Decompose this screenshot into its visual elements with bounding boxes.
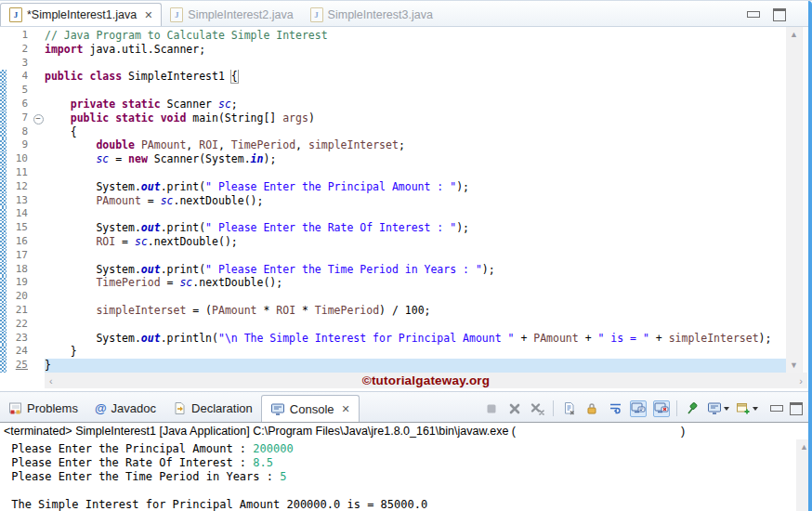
code-editor[interactable]: 1// Java Program to Calculate Simple Int… — [0, 27, 786, 373]
show-console-stderr-button[interactable] — [653, 400, 670, 417]
line-number[interactable]: 5 — [7, 84, 32, 98]
tab-close-icon[interactable]: ✕ — [144, 9, 152, 21]
scroll-lock-icon[interactable] — [583, 400, 600, 417]
line-number[interactable]: 15 — [7, 221, 32, 235]
remove-all-terminated-button[interactable] — [530, 400, 546, 417]
fold-column — [32, 29, 45, 43]
line-number[interactable]: 12 — [7, 180, 32, 194]
fold-column — [32, 152, 45, 166]
line-number[interactable]: 24 — [7, 345, 32, 359]
code-text[interactable]: // Java Program to Calculate Simple Inte… — [45, 29, 786, 43]
tab-console[interactable]: Console ✕ — [261, 395, 360, 422]
tab-problems[interactable]: Problems — [0, 395, 86, 422]
editor-tabbar: J *SimpleInterest1.java ✕ J SimpleIntere… — [0, 1, 812, 27]
quick-diff-indicator — [0, 84, 7, 98]
code-line: 1// Java Program to Calculate Simple Int… — [0, 29, 786, 43]
line-number[interactable]: 23 — [7, 332, 32, 346]
fold-column — [32, 359, 45, 373]
code-text[interactable]: private static Scanner sc; — [45, 98, 786, 111]
line-number[interactable]: 16 — [7, 235, 32, 249]
declaration-icon — [173, 401, 187, 415]
quick-diff-indicator — [0, 290, 7, 304]
tab-simpleinterest1[interactable]: J *SimpleInterest1.java ✕ — [0, 3, 162, 26]
tab-declaration[interactable]: Declaration — [164, 395, 261, 422]
display-selected-console-button[interactable] — [707, 401, 729, 415]
console-output-area[interactable]: Please Enter the Principal Amount : 2000… — [0, 439, 812, 511]
code-text[interactable]: TimePeriod = sc.nextDouble(); — [45, 276, 786, 290]
minimize-view-icon[interactable] — [770, 405, 783, 412]
line-number[interactable]: 17 — [7, 249, 32, 263]
line-number[interactable]: 18 — [7, 263, 32, 277]
terminate-button[interactable] — [483, 400, 500, 417]
code-line: 20 — [0, 290, 786, 304]
code-text[interactable]: System.out.print(" Please Enter the Prin… — [45, 180, 786, 194]
code-text[interactable]: System.out.println("\n The Simple Intere… — [45, 332, 786, 346]
minimize-icon[interactable] — [747, 11, 760, 18]
show-console-stdout-button[interactable] — [630, 400, 647, 417]
editor-horizontal-scrollbar[interactable]: ‹ ©tutorialgateway.org › — [45, 373, 807, 388]
code-text[interactable] — [45, 290, 786, 304]
scroll-up-icon[interactable]: ▲ — [800, 442, 808, 452]
maximize-view-icon[interactable] — [790, 402, 803, 415]
tab-simpleinterest2[interactable]: J SimpleInterest2.java — [162, 3, 301, 26]
open-console-button[interactable] — [736, 401, 758, 415]
line-number[interactable]: 25 — [7, 359, 32, 373]
tab-simpleinterest3[interactable]: J SimpleInterest3.java — [302, 3, 441, 26]
line-number[interactable]: 8 — [7, 125, 32, 139]
quick-diff-indicator — [0, 207, 7, 221]
line-number[interactable]: 13 — [7, 194, 32, 208]
tab-label: Declaration — [191, 401, 253, 415]
quick-diff-indicator — [0, 180, 7, 194]
code-text[interactable]: PAmount = sc.nextDouble(); — [45, 194, 786, 208]
maximize-icon[interactable] — [773, 8, 786, 21]
quick-diff-indicator — [0, 221, 7, 235]
code-text[interactable]: System.out.print(" Please Enter the Time… — [45, 263, 786, 277]
pin-console-button[interactable] — [684, 400, 701, 417]
code-text[interactable]: sc = new Scanner(System.in); — [45, 152, 786, 166]
editor-vertical-scrollbar[interactable]: ▲ ▼ — [786, 27, 802, 373]
code-text[interactable] — [45, 166, 786, 180]
console-output-line: Please Enter the Time Period in Years : … — [5, 470, 796, 484]
fold-collapse-icon[interactable]: − — [32, 111, 45, 125]
line-number[interactable]: 21 — [7, 304, 32, 318]
line-number[interactable]: 6 — [7, 98, 32, 111]
scroll-up-icon[interactable]: ▲ — [790, 30, 798, 39]
line-number[interactable]: 11 — [7, 166, 32, 180]
code-line: 8 { — [0, 125, 786, 139]
code-text[interactable]: } — [45, 345, 786, 359]
code-text[interactable] — [45, 249, 786, 263]
line-number[interactable]: 9 — [7, 138, 32, 152]
line-number[interactable]: 4 — [7, 70, 32, 84]
code-text[interactable] — [45, 84, 786, 98]
fold-column — [32, 263, 45, 277]
code-text[interactable]: ROI = sc.nextDouble(); — [45, 235, 786, 249]
line-number[interactable]: 19 — [7, 276, 32, 290]
code-text[interactable]: double PAmount, ROI, TimePeriod, simpleI… — [45, 138, 786, 152]
code-text[interactable]: } — [45, 359, 786, 373]
tab-close-icon[interactable]: ✕ — [342, 403, 350, 415]
code-text[interactable]: public class SimpleInterest1 { — [45, 70, 786, 84]
line-number[interactable]: 14 — [7, 207, 32, 221]
scroll-down-icon[interactable]: ▼ — [790, 360, 798, 370]
line-number[interactable]: 10 — [7, 152, 32, 166]
code-text[interactable] — [45, 318, 786, 332]
code-text[interactable] — [45, 57, 786, 71]
line-number[interactable]: 2 — [7, 43, 32, 57]
tab-javadoc[interactable]: @ Javadoc — [86, 395, 164, 422]
code-text[interactable]: System.out.print(" Please Enter the Rate… — [45, 221, 786, 235]
word-wrap-icon[interactable] — [607, 400, 623, 417]
line-number[interactable]: 3 — [7, 57, 32, 71]
remove-launch-button[interactable] — [506, 400, 523, 417]
code-line: 18 System.out.print(" Please Enter the T… — [0, 263, 786, 277]
code-text[interactable] — [45, 207, 786, 221]
line-number[interactable]: 20 — [7, 290, 32, 304]
line-number[interactable]: 22 — [7, 318, 32, 332]
line-number[interactable]: 7 — [7, 111, 32, 125]
code-text[interactable]: public static void main(String[] args) — [45, 111, 786, 125]
clear-console-button[interactable] — [560, 400, 577, 417]
code-text[interactable]: { — [45, 125, 786, 139]
line-number[interactable]: 1 — [7, 29, 32, 43]
fold-column — [32, 194, 45, 208]
code-text[interactable]: simpleInterset = (PAmount * ROI * TimePe… — [45, 304, 786, 318]
code-text[interactable]: import java.util.Scanner; — [45, 43, 786, 57]
